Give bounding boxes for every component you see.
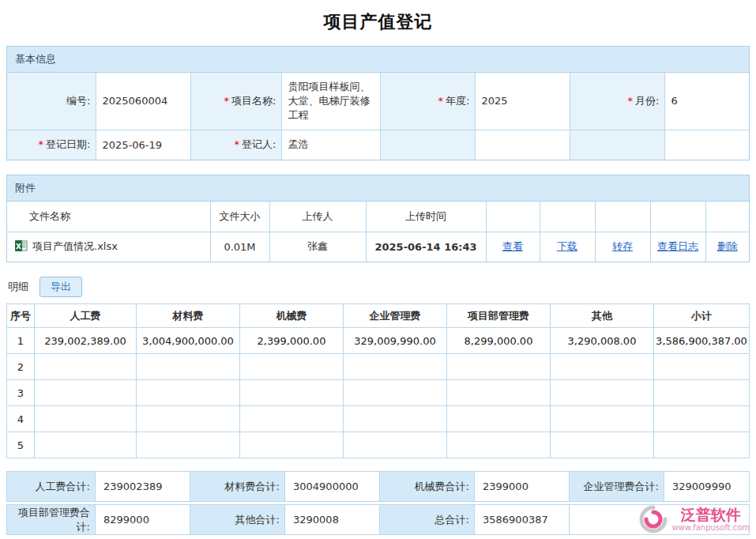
- view-log-link[interactable]: 查看日志: [657, 240, 698, 252]
- col-machine: 机械费: [240, 304, 344, 328]
- detail-cell-seq: 1: [7, 328, 35, 354]
- basic-info-section: 基本信息 编号: 2025060004 *项目名称: 贵阳项目样板间、大堂、电梯…: [6, 46, 750, 160]
- file-name: 项目产值情况.xlsx: [32, 240, 118, 252]
- registrant-label-text: 登记人:: [242, 138, 276, 150]
- detail-cell-project-dept: [447, 406, 551, 432]
- required-mark: *: [224, 95, 230, 107]
- action-cell: 查看: [486, 232, 540, 262]
- detail-cell-labor: [35, 406, 137, 432]
- col-action-empty: [650, 202, 705, 232]
- page: 项目产值登记 基本信息 编号: 2025060004 *项目名称: 贵阳项目样板…: [0, 0, 756, 535]
- year-label: *年度:: [380, 73, 475, 130]
- svg-text:X: X: [16, 243, 21, 251]
- export-button[interactable]: 导出: [39, 277, 82, 297]
- register-date-label-text: 登记日期:: [46, 138, 90, 150]
- summary-row-1: 人工费合计: 239002389 材料费合计: 3004900000 机械费合计…: [6, 471, 750, 502]
- attachments-header-row: 文件名称 文件大小 上传人 上传时间: [7, 202, 749, 232]
- attachments-section-header: 附件: [7, 175, 749, 202]
- empty-label-cell: [380, 130, 475, 160]
- detail-table: 序号 人工费 材料费 机械费 企业管理费 项目部管理费 其他 小计 1 239,…: [6, 303, 750, 458]
- detail-cell-labor: [35, 432, 137, 458]
- transfer-link[interactable]: 转存: [612, 240, 633, 252]
- detail-cell-other: [551, 432, 654, 458]
- file-uploader: 张鑫: [269, 232, 366, 262]
- detail-cell-subtotal: [654, 380, 750, 406]
- action-cell: 转存: [595, 232, 650, 262]
- file-name-cell: X 项目产值情况.xlsx: [7, 232, 210, 262]
- register-date-value: 2025-06-19: [96, 130, 190, 160]
- detail-cell-subtotal: [654, 354, 750, 380]
- page-title: 项目产值登记: [6, 0, 750, 46]
- project-dept-total-value: 8299000: [96, 505, 190, 535]
- basic-info-row-1: 编号: 2025060004 *项目名称: 贵阳项目样板间、大堂、电梯厅装修工程…: [7, 73, 749, 130]
- detail-cell-machine: [240, 354, 344, 380]
- detail-row: 4: [7, 406, 750, 432]
- grand-total-label: 总合计:: [380, 505, 475, 535]
- month-value: 6: [664, 73, 749, 130]
- detail-toolbar: 明细 导出: [8, 277, 750, 297]
- required-mark: *: [628, 95, 634, 107]
- project-name-label-text: 项目名称:: [231, 95, 276, 107]
- detail-cell-enterprise: 329,009,990.00: [344, 328, 447, 354]
- detail-cell-seq: 3: [7, 380, 35, 406]
- detail-cell-other: [551, 380, 654, 406]
- detail-row: 3: [7, 380, 750, 406]
- number-label-text: 编号:: [66, 95, 90, 107]
- attachments-section: 附件 文件名称 文件大小 上传人 上传时间: [6, 175, 750, 262]
- material-total-label: 材料费合计:: [190, 472, 285, 502]
- col-enterprise: 企业管理费: [344, 304, 447, 328]
- basic-info-row-2: *登记日期: 2025-06-19 *登记人: 孟浩: [7, 130, 749, 160]
- detail-cell-material: [137, 406, 240, 432]
- col-other: 其他: [551, 304, 654, 328]
- detail-header-row: 序号 人工费 材料费 机械费 企业管理费 项目部管理费 其他 小计: [7, 304, 750, 328]
- col-file-name: 文件名称: [7, 202, 210, 232]
- machine-total-value: 2399000: [475, 472, 570, 502]
- detail-cell-material: [137, 354, 240, 380]
- detail-cell-material: 3,004,900,000.00: [137, 328, 240, 354]
- detail-cell-subtotal: 3,586,900,387.00: [654, 328, 750, 354]
- col-uploader: 上传人: [269, 202, 366, 232]
- other-total-value: 3290008: [285, 505, 380, 535]
- detail-cell-project-dept: [447, 354, 551, 380]
- detail-cell-seq: 4: [7, 406, 35, 432]
- detail-cell-seq: 5: [7, 432, 35, 458]
- empty-label-cell: [570, 130, 664, 160]
- detail-cell-enterprise: [344, 354, 447, 380]
- detail-cell-labor: [35, 380, 137, 406]
- detail-cell-other: [551, 406, 654, 432]
- detail-cell-project-dept: [447, 380, 551, 406]
- basic-info-table: 编号: 2025060004 *项目名称: 贵阳项目样板间、大堂、电梯厅装修工程…: [7, 73, 749, 160]
- col-action-empty: [705, 202, 749, 232]
- detail-cell-machine: [240, 432, 344, 458]
- delete-link[interactable]: 删除: [717, 240, 738, 252]
- detail-row: 5: [7, 432, 750, 458]
- other-total-label: 其他合计:: [190, 505, 285, 535]
- detail-cell-project-dept: 8,299,000.00: [447, 328, 551, 354]
- grand-total-value: 3586900387: [475, 505, 570, 535]
- empty-value-cell: [664, 130, 749, 160]
- watermark-brand: 泛普软件: [671, 507, 750, 523]
- col-project-dept: 项目部管理费: [447, 304, 551, 328]
- view-link[interactable]: 查看: [502, 240, 523, 252]
- attachments-table: 文件名称 文件大小 上传人 上传时间 X: [7, 202, 749, 262]
- detail-cell-other: [551, 354, 654, 380]
- attachment-row: X 项目产值情况.xlsx 0.01M 张鑫 2025-06-14 16:43 …: [7, 232, 749, 262]
- enterprise-total-value: 329009990: [664, 472, 750, 502]
- detail-cell-enterprise: [344, 380, 447, 406]
- project-name-value: 贵阳项目样板间、大堂、电梯厅装修工程: [281, 73, 380, 130]
- detail-cell-machine: [240, 380, 344, 406]
- detail-cell-enterprise: [344, 406, 447, 432]
- summary-table-row: 人工费合计: 239002389 材料费合计: 3004900000 机械费合计…: [7, 472, 750, 502]
- machine-total-label: 机械费合计:: [380, 472, 475, 502]
- col-action-empty: [595, 202, 650, 232]
- download-link[interactable]: 下载: [557, 240, 577, 252]
- fanpu-watermark: 泛普软件 www.fanpusoft.com: [638, 504, 750, 534]
- detail-row: 2: [7, 354, 750, 380]
- detail-cell-labor: 239,002,389.00: [35, 328, 137, 354]
- number-value: 2025060004: [96, 73, 190, 130]
- year-value: 2025: [475, 73, 570, 130]
- watermark-text: 泛普软件 www.fanpusoft.com: [671, 507, 750, 533]
- required-mark: *: [39, 138, 44, 150]
- month-label-text: 月份:: [635, 95, 659, 107]
- col-material: 材料费: [137, 304, 240, 328]
